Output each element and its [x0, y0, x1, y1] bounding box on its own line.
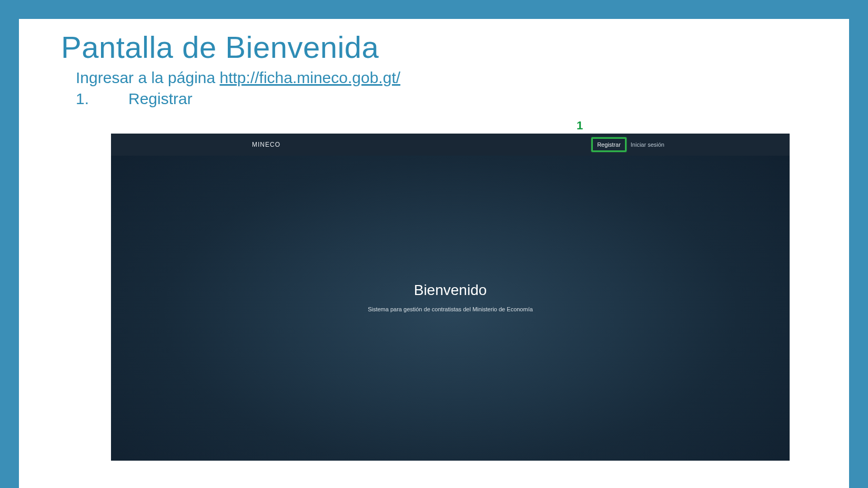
instruction-prefix: Ingresar a la página	[76, 69, 220, 86]
brand-logo[interactable]: MINECO	[252, 141, 280, 148]
login-link[interactable]: Iniciar sesión	[627, 139, 669, 150]
nav-right: Registrar Iniciar sesión	[591, 137, 669, 152]
slide-frame: Pantalla de Bienvenida Ingresar a la pág…	[19, 19, 849, 488]
app-header: MINECO Registrar Iniciar sesión	[111, 134, 790, 156]
instruction-link[interactable]: http://ficha.mineco.gob.gt/	[220, 69, 401, 86]
slide-title: Pantalla de Bienvenida	[61, 29, 807, 65]
hero-section: Bienvenido Sistema para gestión de contr…	[111, 282, 790, 312]
step-label: Registrar	[128, 90, 193, 107]
instruction-line: Ingresar a la página http://ficha.mineco…	[61, 69, 807, 87]
register-button[interactable]: Registrar	[591, 137, 627, 152]
step-line: 1.Registrar	[61, 90, 807, 108]
step-number: 1.	[76, 90, 128, 108]
app-screenshot: MINECO Registrar Iniciar sesión Bienveni…	[111, 134, 790, 461]
hero-title: Bienvenido	[111, 282, 790, 299]
hero-subtitle: Sistema para gestión de contratistas del…	[111, 306, 790, 312]
callout-marker: 1	[577, 119, 583, 133]
slide-content: Pantalla de Bienvenida Ingresar a la pág…	[19, 19, 849, 108]
